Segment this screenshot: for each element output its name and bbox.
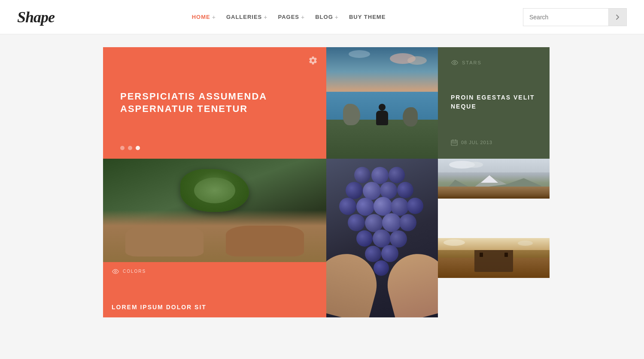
person-body <box>376 111 388 125</box>
mountain-bottom-photo <box>438 238 550 278</box>
pine-caption: COLORS LOREM IPSUM DOLOR SIT <box>103 262 326 318</box>
nav-item-blog[interactable]: BLOG + <box>312 12 342 22</box>
tag-area: STARS <box>451 60 537 65</box>
ground-layer <box>326 120 438 159</box>
person-silhouette <box>376 104 389 125</box>
content-grid: PERSPICIATIS ASSUMENDA ASPERNATUR TENETU… <box>103 47 541 317</box>
eye-icon <box>451 60 459 65</box>
cloud-2 <box>407 56 427 65</box>
landscape-photo-cell[interactable] <box>326 47 438 159</box>
rock-left <box>343 104 360 125</box>
svg-rect-6 <box>454 143 455 144</box>
pine-photo <box>103 159 326 262</box>
search-area <box>523 8 627 26</box>
nav-item-home[interactable]: HOME + <box>188 12 219 22</box>
dot-1[interactable] <box>120 146 125 150</box>
cell3-date: 08 JUL 2013 <box>461 140 492 145</box>
svg-point-0 <box>454 62 456 63</box>
mountain-cell[interactable] <box>438 159 550 317</box>
nav-plus-pages: + <box>301 14 305 21</box>
person-head <box>379 104 386 111</box>
nav-item-galleries[interactable]: GALLERIES + <box>223 12 271 22</box>
gear-icon <box>308 56 318 68</box>
nav-plus-home: + <box>212 14 216 21</box>
grapes-cell[interactable] <box>326 159 438 317</box>
cell3-tag: STARS <box>462 60 482 65</box>
landscape-photo <box>326 47 438 159</box>
search-input[interactable] <box>523 8 609 26</box>
nav-item-buy-theme[interactable]: BUY THEME <box>346 12 389 22</box>
search-button[interactable] <box>609 8 627 26</box>
calendar-icon <box>451 139 458 146</box>
svg-point-8 <box>115 270 116 272</box>
pine-tag-area: COLORS <box>112 269 318 274</box>
cloud-3 <box>349 50 370 58</box>
nav-plus-blog: + <box>335 14 339 21</box>
pine-tag: COLORS <box>123 269 146 274</box>
nav-plus-galleries: + <box>264 14 267 21</box>
mountain-top-photo <box>438 159 550 199</box>
dot-3[interactable] <box>136 146 140 150</box>
pine-cell[interactable]: COLORS LOREM IPSUM DOLOR SIT <box>103 159 326 317</box>
featured-cell-orange[interactable]: PERSPICIATIS ASSUMENDA ASPERNATUR TENETU… <box>103 47 326 159</box>
dot-2[interactable] <box>128 146 132 150</box>
carousel-dots <box>120 146 140 150</box>
main-content: PERSPICIATIS ASSUMENDA ASPERNATUR TENETU… <box>94 47 550 317</box>
nav-item-pages[interactable]: PAGES + <box>274 12 308 22</box>
svg-rect-5 <box>453 143 453 144</box>
date-area: 08 JUL 2013 <box>451 139 537 146</box>
site-logo[interactable]: Shape <box>17 8 55 26</box>
main-nav: HOME + GALLERIES + PAGES + BLOG + BUY TH… <box>188 12 389 22</box>
cell3-title: PROIN EGESTAS VELIT NEQUE <box>451 93 537 111</box>
pine-title: LOREM IPSUM DOLOR SIT <box>112 304 318 311</box>
arrow-right-icon <box>614 14 620 20</box>
rock-right <box>403 107 418 127</box>
header: Shape HOME + GALLERIES + PAGES + BLOG + … <box>0 0 644 34</box>
svg-rect-7 <box>455 143 456 144</box>
featured-cell-dark-green[interactable]: STARS PROIN EGESTAS VELIT NEQUE 08 JUL 2… <box>438 47 550 159</box>
eye-icon-pine <box>112 269 119 274</box>
featured-title: PERSPICIATIS ASSUMENDA ASPERNATUR TENETU… <box>120 91 309 115</box>
